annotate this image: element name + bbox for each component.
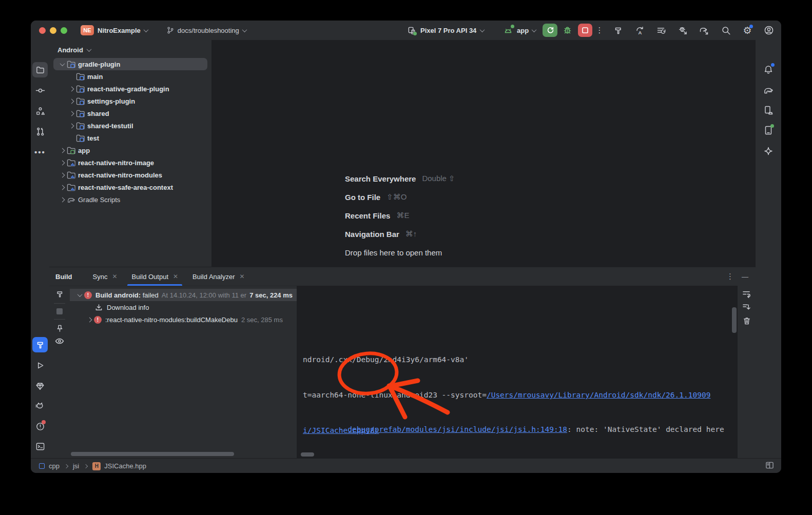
pin-icon[interactable] bbox=[56, 324, 64, 333]
tree-item-gradle-plugin[interactable]: gradle-plugin bbox=[53, 58, 207, 70]
tree-item-gradle-scripts[interactable]: Gradle Scripts bbox=[53, 193, 207, 206]
attach-debugger-button[interactable] bbox=[678, 25, 688, 35]
close-tab-icon[interactable]: ✕ bbox=[112, 273, 117, 280]
chevron-right-icon[interactable] bbox=[60, 197, 65, 202]
device-selector[interactable]: Pixel 7 Pro API 34 bbox=[408, 26, 484, 35]
cmake-task-row[interactable]: ! :react-native-nitro-modules:buildCMake… bbox=[70, 313, 297, 326]
maximize-window-button[interactable] bbox=[61, 27, 67, 34]
panel-options-button[interactable]: ⋮ bbox=[726, 272, 731, 281]
chevron-down-icon[interactable] bbox=[77, 292, 82, 297]
breadcrumb-file[interactable]: JSICache.hpp bbox=[104, 462, 146, 470]
build-tool-button[interactable] bbox=[32, 337, 48, 352]
close-tab-icon[interactable]: ✕ bbox=[173, 273, 178, 280]
device-manager-button[interactable] bbox=[761, 103, 776, 118]
problems-tool-button[interactable] bbox=[32, 419, 48, 434]
project-tool-button[interactable] bbox=[32, 62, 48, 77]
tree-item-settings-plugin[interactable]: settings-plugin bbox=[53, 95, 207, 107]
project-view-label: Android bbox=[57, 46, 83, 54]
drop-files-hint: Drop files here to open them bbox=[345, 243, 455, 262]
status-right-icon-wrap[interactable] bbox=[765, 461, 774, 471]
close-tab-icon[interactable]: ✕ bbox=[239, 273, 244, 280]
run-configuration-selector[interactable]: app bbox=[503, 26, 536, 35]
tree-item-react-native-safe-area-context[interactable]: react-native-safe-area-context bbox=[53, 181, 207, 193]
logcat-tool-button[interactable] bbox=[32, 398, 48, 413]
build-output-console[interactable]: ndroid/.cxx/Debug/2nd4i3y6/arm64-v8a' t=… bbox=[297, 286, 738, 459]
build-project-button[interactable] bbox=[613, 25, 623, 35]
tree-item-app[interactable]: app bbox=[53, 144, 207, 156]
tree-item-test[interactable]: test bbox=[53, 132, 207, 144]
horizontal-scrollbar-thumb[interactable] bbox=[301, 452, 314, 457]
project-view-selector[interactable]: Android bbox=[49, 40, 211, 58]
scroll-to-end-icon[interactable] bbox=[742, 303, 751, 311]
minimize-panel-button[interactable]: — bbox=[742, 273, 748, 281]
tree-item-react-native-nitro-image[interactable]: react-native-nitro-image bbox=[53, 156, 207, 169]
status-bar: cpp jsi H JSICache.hpp bbox=[31, 458, 781, 473]
breadcrumb-cpp[interactable]: cpp bbox=[49, 462, 60, 470]
console-line: ndroid/.cxx/Debug/2nd4i3y6/arm64-v8a' bbox=[303, 354, 710, 366]
rerun-button[interactable] bbox=[543, 24, 557, 37]
profile-button[interactable] bbox=[764, 25, 774, 35]
tree-item-shared[interactable]: shared bbox=[53, 107, 207, 120]
minimize-window-button[interactable] bbox=[50, 27, 56, 34]
console-line: t=aarch64-none-linux-android23 --sysroot… bbox=[303, 389, 710, 401]
debug-button[interactable] bbox=[563, 25, 572, 37]
apply-changes-button[interactable]: A bbox=[634, 25, 645, 35]
tab-build-output[interactable]: Build Output ✕ bbox=[124, 267, 185, 286]
gemini-button[interactable] bbox=[761, 144, 776, 159]
build-root-row[interactable]: ! Build android: failed At 14.10.24, 12:… bbox=[70, 289, 297, 301]
tab-sync[interactable]: Sync ✕ bbox=[86, 267, 125, 286]
commit-tool-button[interactable] bbox=[32, 83, 48, 98]
chevron-right-icon[interactable] bbox=[69, 98, 74, 104]
chevron-right-icon[interactable] bbox=[60, 172, 65, 177]
chevron-right-icon[interactable] bbox=[69, 111, 74, 116]
chevron-right-icon[interactable] bbox=[60, 148, 65, 153]
breadcrumb-jsi[interactable]: jsi bbox=[73, 462, 79, 470]
chevron-down-icon bbox=[242, 27, 247, 32]
tree-item-react-native-gradle-plugin[interactable]: react-native-gradle-plugin bbox=[53, 83, 207, 95]
tree-item-react-native-nitro-modules[interactable]: react-native-nitro-modules bbox=[53, 169, 207, 181]
logcat-cat-icon bbox=[35, 401, 45, 411]
close-window-button[interactable] bbox=[39, 27, 46, 34]
app-module-folder-icon bbox=[67, 147, 75, 154]
more-actions-button[interactable]: ⋮ bbox=[595, 25, 604, 36]
stop-build-icon[interactable] bbox=[56, 308, 63, 314]
chevron-right-icon[interactable] bbox=[69, 86, 74, 91]
apply-code-changes-button[interactable] bbox=[656, 25, 666, 35]
structure-tool-button[interactable] bbox=[32, 103, 48, 118]
shortcut-go-to-file: Go to File ⇧⌘O bbox=[345, 188, 455, 206]
sync-gradle-button[interactable] bbox=[699, 25, 709, 35]
soft-wrap-icon[interactable] bbox=[742, 290, 751, 298]
vertical-scrollbar-thumb[interactable] bbox=[732, 307, 737, 333]
trash-icon[interactable] bbox=[743, 316, 751, 325]
console-path-link[interactable]: /Users/mrousavy/Library/Android/sdk/ndk/… bbox=[487, 391, 711, 399]
search-everywhere-button[interactable] bbox=[721, 25, 731, 35]
pull-requests-tool-button[interactable] bbox=[32, 124, 48, 139]
app-quality-insights-tool-button[interactable] bbox=[32, 378, 48, 393]
chevron-right-icon[interactable] bbox=[69, 123, 74, 128]
run-tool-button[interactable] bbox=[32, 358, 48, 373]
chevron-right-icon[interactable] bbox=[60, 185, 65, 190]
notifications-button[interactable] bbox=[761, 62, 776, 77]
module-folder-icon bbox=[67, 61, 75, 68]
stop-button[interactable] bbox=[578, 24, 592, 37]
download-info-row[interactable]: Download info bbox=[70, 301, 297, 313]
tree-item-shared-testutil[interactable]: shared-testutil bbox=[53, 120, 207, 132]
settings-notification-dot bbox=[749, 25, 753, 28]
running-devices-button[interactable] bbox=[761, 123, 776, 138]
editor-empty-shortcuts: Search Everywhere Double ⇧ Go to File ⇧⌘… bbox=[345, 169, 455, 262]
chevron-right-icon[interactable] bbox=[60, 160, 65, 165]
tab-build-analyzer[interactable]: Build Analyzer ✕ bbox=[185, 267, 252, 286]
settings-button[interactable]: ⚙ bbox=[742, 25, 752, 35]
terminal-tool-button[interactable] bbox=[32, 439, 48, 454]
more-tools-button[interactable]: ••• bbox=[32, 144, 48, 160]
hammer-icon[interactable] bbox=[55, 290, 64, 299]
chevron-down-icon[interactable] bbox=[60, 61, 65, 66]
console-path-link[interactable]: debug/prefab/modules/jsi/include/jsi/jsi… bbox=[347, 425, 567, 433]
branch-selector[interactable]: docs/troubleshooting bbox=[166, 26, 246, 34]
eye-filter-icon[interactable] bbox=[55, 338, 64, 345]
tree-item-main[interactable]: main bbox=[53, 70, 207, 83]
chevron-right-icon[interactable] bbox=[87, 317, 92, 322]
gradle-tool-button[interactable] bbox=[761, 83, 776, 98]
horizontal-scrollbar-thumb[interactable] bbox=[71, 452, 234, 456]
project-selector[interactable]: NE NitroExample bbox=[81, 25, 148, 35]
